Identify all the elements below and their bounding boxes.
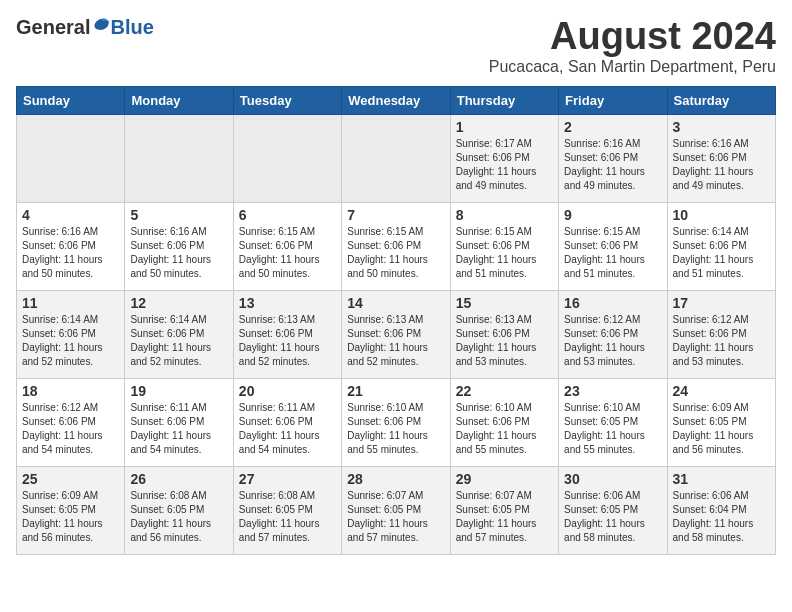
logo-blue-text: Blue [110,16,153,39]
calendar-day-cell [342,114,450,202]
calendar-day-cell: 8Sunrise: 6:15 AMSunset: 6:06 PMDaylight… [450,202,558,290]
day-info: Sunrise: 6:17 AMSunset: 6:06 PMDaylight:… [456,137,553,193]
day-info: Sunrise: 6:16 AMSunset: 6:06 PMDaylight:… [673,137,770,193]
calendar-day-cell [17,114,125,202]
calendar-day-cell [125,114,233,202]
day-number: 26 [130,471,227,487]
calendar-day-cell: 23Sunrise: 6:10 AMSunset: 6:05 PMDayligh… [559,378,667,466]
day-info: Sunrise: 6:13 AMSunset: 6:06 PMDaylight:… [239,313,336,369]
calendar-week-row: 4Sunrise: 6:16 AMSunset: 6:06 PMDaylight… [17,202,776,290]
calendar-header-row: SundayMondayTuesdayWednesdayThursdayFrid… [17,86,776,114]
calendar-day-cell: 26Sunrise: 6:08 AMSunset: 6:05 PMDayligh… [125,466,233,554]
day-number: 8 [456,207,553,223]
day-info: Sunrise: 6:13 AMSunset: 6:06 PMDaylight:… [347,313,444,369]
day-info: Sunrise: 6:12 AMSunset: 6:06 PMDaylight:… [673,313,770,369]
calendar-week-row: 1Sunrise: 6:17 AMSunset: 6:06 PMDaylight… [17,114,776,202]
calendar-day-cell: 7Sunrise: 6:15 AMSunset: 6:06 PMDaylight… [342,202,450,290]
day-info: Sunrise: 6:06 AMSunset: 6:05 PMDaylight:… [564,489,661,545]
day-number: 16 [564,295,661,311]
calendar-day-cell [233,114,341,202]
calendar-week-row: 18Sunrise: 6:12 AMSunset: 6:06 PMDayligh… [17,378,776,466]
day-info: Sunrise: 6:09 AMSunset: 6:05 PMDaylight:… [22,489,119,545]
calendar-day-cell: 17Sunrise: 6:12 AMSunset: 6:06 PMDayligh… [667,290,775,378]
day-number: 23 [564,383,661,399]
day-info: Sunrise: 6:15 AMSunset: 6:06 PMDaylight:… [564,225,661,281]
day-info: Sunrise: 6:15 AMSunset: 6:06 PMDaylight:… [239,225,336,281]
day-number: 19 [130,383,227,399]
calendar-day-cell: 24Sunrise: 6:09 AMSunset: 6:05 PMDayligh… [667,378,775,466]
day-info: Sunrise: 6:07 AMSunset: 6:05 PMDaylight:… [347,489,444,545]
day-info: Sunrise: 6:16 AMSunset: 6:06 PMDaylight:… [22,225,119,281]
day-info: Sunrise: 6:14 AMSunset: 6:06 PMDaylight:… [130,313,227,369]
calendar-day-cell: 31Sunrise: 6:06 AMSunset: 6:04 PMDayligh… [667,466,775,554]
day-number: 17 [673,295,770,311]
calendar-day-cell: 20Sunrise: 6:11 AMSunset: 6:06 PMDayligh… [233,378,341,466]
day-number: 21 [347,383,444,399]
calendar-day-header: Monday [125,86,233,114]
calendar-day-header: Tuesday [233,86,341,114]
day-number: 18 [22,383,119,399]
calendar-day-cell: 25Sunrise: 6:09 AMSunset: 6:05 PMDayligh… [17,466,125,554]
calendar-day-cell: 6Sunrise: 6:15 AMSunset: 6:06 PMDaylight… [233,202,341,290]
day-info: Sunrise: 6:12 AMSunset: 6:06 PMDaylight:… [22,401,119,457]
calendar-day-cell: 3Sunrise: 6:16 AMSunset: 6:06 PMDaylight… [667,114,775,202]
page-subtitle: Pucacaca, San Martin Department, Peru [489,58,776,76]
calendar-day-cell: 13Sunrise: 6:13 AMSunset: 6:06 PMDayligh… [233,290,341,378]
logo-general-text: General [16,16,90,39]
day-info: Sunrise: 6:12 AMSunset: 6:06 PMDaylight:… [564,313,661,369]
calendar-day-cell: 9Sunrise: 6:15 AMSunset: 6:06 PMDaylight… [559,202,667,290]
day-info: Sunrise: 6:16 AMSunset: 6:06 PMDaylight:… [564,137,661,193]
calendar-day-cell: 29Sunrise: 6:07 AMSunset: 6:05 PMDayligh… [450,466,558,554]
day-number: 29 [456,471,553,487]
day-number: 28 [347,471,444,487]
day-info: Sunrise: 6:10 AMSunset: 6:06 PMDaylight:… [456,401,553,457]
day-info: Sunrise: 6:16 AMSunset: 6:06 PMDaylight:… [130,225,227,281]
day-number: 27 [239,471,336,487]
day-number: 12 [130,295,227,311]
calendar-day-cell: 30Sunrise: 6:06 AMSunset: 6:05 PMDayligh… [559,466,667,554]
day-number: 25 [22,471,119,487]
calendar-day-cell: 10Sunrise: 6:14 AMSunset: 6:06 PMDayligh… [667,202,775,290]
day-info: Sunrise: 6:09 AMSunset: 6:05 PMDaylight:… [673,401,770,457]
calendar-day-cell: 5Sunrise: 6:16 AMSunset: 6:06 PMDaylight… [125,202,233,290]
calendar-day-cell: 19Sunrise: 6:11 AMSunset: 6:06 PMDayligh… [125,378,233,466]
calendar-day-cell: 1Sunrise: 6:17 AMSunset: 6:06 PMDaylight… [450,114,558,202]
day-number: 24 [673,383,770,399]
calendar-day-cell: 4Sunrise: 6:16 AMSunset: 6:06 PMDaylight… [17,202,125,290]
calendar-day-header: Saturday [667,86,775,114]
day-number: 2 [564,119,661,135]
calendar-day-cell: 22Sunrise: 6:10 AMSunset: 6:06 PMDayligh… [450,378,558,466]
day-number: 9 [564,207,661,223]
day-number: 30 [564,471,661,487]
day-info: Sunrise: 6:06 AMSunset: 6:04 PMDaylight:… [673,489,770,545]
day-number: 5 [130,207,227,223]
day-number: 4 [22,207,119,223]
day-number: 31 [673,471,770,487]
day-number: 7 [347,207,444,223]
calendar-day-cell: 2Sunrise: 6:16 AMSunset: 6:06 PMDaylight… [559,114,667,202]
day-number: 6 [239,207,336,223]
day-number: 13 [239,295,336,311]
title-block: August 2024 Pucacaca, San Martin Departm… [489,16,776,76]
day-info: Sunrise: 6:15 AMSunset: 6:06 PMDaylight:… [347,225,444,281]
day-number: 20 [239,383,336,399]
calendar-day-header: Wednesday [342,86,450,114]
day-info: Sunrise: 6:10 AMSunset: 6:06 PMDaylight:… [347,401,444,457]
day-info: Sunrise: 6:08 AMSunset: 6:05 PMDaylight:… [130,489,227,545]
calendar-day-header: Sunday [17,86,125,114]
logo: General Blue [16,16,154,39]
day-info: Sunrise: 6:10 AMSunset: 6:05 PMDaylight:… [564,401,661,457]
calendar-day-cell: 21Sunrise: 6:10 AMSunset: 6:06 PMDayligh… [342,378,450,466]
day-number: 15 [456,295,553,311]
day-info: Sunrise: 6:11 AMSunset: 6:06 PMDaylight:… [130,401,227,457]
calendar-week-row: 11Sunrise: 6:14 AMSunset: 6:06 PMDayligh… [17,290,776,378]
calendar-day-cell: 11Sunrise: 6:14 AMSunset: 6:06 PMDayligh… [17,290,125,378]
day-number: 22 [456,383,553,399]
calendar-table: SundayMondayTuesdayWednesdayThursdayFrid… [16,86,776,555]
day-info: Sunrise: 6:08 AMSunset: 6:05 PMDaylight:… [239,489,336,545]
day-info: Sunrise: 6:13 AMSunset: 6:06 PMDaylight:… [456,313,553,369]
day-number: 14 [347,295,444,311]
calendar-day-cell: 15Sunrise: 6:13 AMSunset: 6:06 PMDayligh… [450,290,558,378]
day-number: 1 [456,119,553,135]
calendar-day-cell: 18Sunrise: 6:12 AMSunset: 6:06 PMDayligh… [17,378,125,466]
